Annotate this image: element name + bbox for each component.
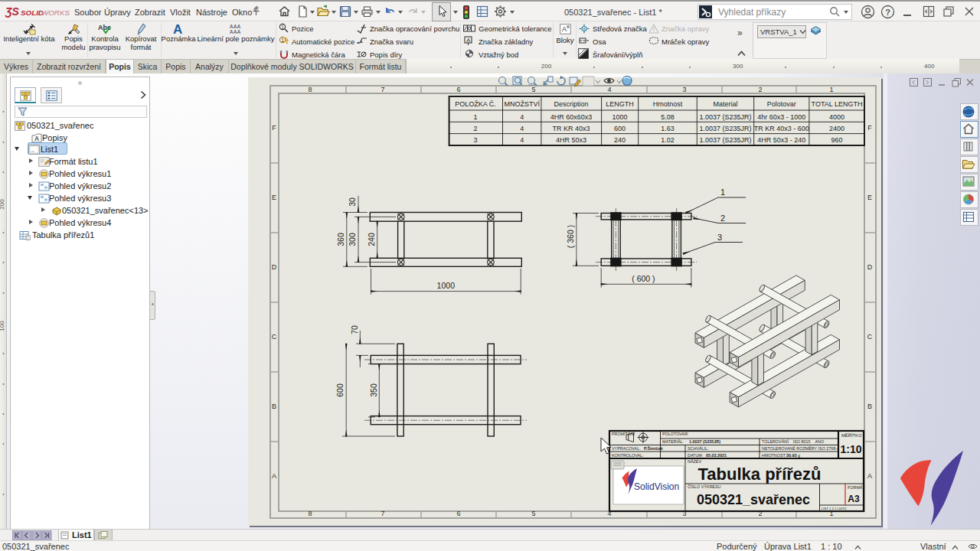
svg-text:5: 5 bbox=[531, 510, 535, 517]
svg-text:F: F bbox=[272, 124, 276, 132]
svg-text:POLOTOVAR:: POLOTOVAR: bbox=[662, 432, 689, 436]
svg-text:POLOŽKA Č.: POLOŽKA Č. bbox=[455, 100, 496, 108]
svg-text:4hr 60x3 - 1000: 4hr 60x3 - 1000 bbox=[757, 113, 805, 121]
svg-text:A: A bbox=[562, 25, 567, 33]
svg-text:4HR 60x60x3: 4HR 60x60x3 bbox=[550, 113, 593, 121]
svg-text:C: C bbox=[867, 333, 873, 341]
svg-text:5.08: 5.08 bbox=[661, 113, 675, 121]
svg-text:350: 350 bbox=[369, 383, 378, 397]
svg-text:30: 30 bbox=[348, 197, 357, 207]
svg-text:D: D bbox=[272, 263, 277, 271]
svg-text:360: 360 bbox=[336, 233, 345, 246]
svg-text:4000: 4000 bbox=[829, 113, 844, 121]
svg-text:1.0037 (S235JR): 1.0037 (S235JR) bbox=[699, 113, 751, 121]
svg-text:P.Šimíček: P.Šimíček bbox=[644, 445, 663, 451]
svg-text:960: 960 bbox=[831, 136, 842, 144]
svg-text:050321_svařenec: 050321_svařenec bbox=[697, 492, 810, 507]
svg-text:4: 4 bbox=[520, 136, 524, 144]
svg-text:g: g bbox=[798, 453, 800, 458]
svg-text:1: 1 bbox=[473, 113, 477, 121]
svg-text:AAA: AAA bbox=[230, 29, 241, 34]
svg-text:TOTAL LENGTH: TOTAL LENGTH bbox=[812, 100, 863, 108]
svg-text:05.03.2021: 05.03.2021 bbox=[706, 453, 727, 458]
svg-text:NETOLEROVANÉ ROZMĚRY ISO 2768-: NETOLEROVANÉ ROZMĚRY ISO 2768-m r bbox=[762, 445, 843, 451]
svg-text:A: A bbox=[34, 135, 39, 142]
svg-text:?: ? bbox=[885, 8, 890, 17]
svg-text:LENGTH: LENGTH bbox=[606, 100, 634, 108]
svg-text:Tabulka přířezů: Tabulka přířezů bbox=[698, 465, 822, 484]
svg-text:TR KR 40x3 - 600: TR KR 40x3 - 600 bbox=[754, 125, 809, 132]
svg-text:Material: Material bbox=[713, 100, 737, 108]
svg-text:240: 240 bbox=[367, 233, 376, 246]
svg-text:200: 200 bbox=[0, 199, 5, 210]
svg-text:600: 600 bbox=[335, 383, 345, 397]
svg-text:2400: 2400 bbox=[829, 125, 844, 132]
svg-text:SolidVision: SolidVision bbox=[634, 481, 679, 492]
svg-text:1.0037 (S235JR): 1.0037 (S235JR) bbox=[689, 439, 720, 444]
svg-text:KONTROLOVAL:: KONTROLOVAL: bbox=[612, 453, 644, 458]
svg-text:HMOTNOST:: HMOTNOST: bbox=[762, 453, 786, 458]
svg-text:30.93: 30.93 bbox=[786, 453, 797, 458]
svg-text:LIST 1 Z 1 LISTŮ: LIST 1 Z 1 LISTŮ bbox=[822, 507, 847, 510]
svg-text:1:10: 1:10 bbox=[840, 443, 861, 455]
svg-text:A: A bbox=[867, 472, 872, 480]
svg-text:1.02: 1.02 bbox=[661, 136, 675, 144]
svg-text:1.0037 (S235JR): 1.0037 (S235JR) bbox=[699, 125, 751, 132]
svg-text:8: 8 bbox=[308, 86, 312, 93]
svg-text:D: D bbox=[867, 263, 873, 271]
svg-text:1.63: 1.63 bbox=[661, 125, 675, 132]
svg-text:7: 7 bbox=[381, 86, 384, 93]
svg-text:1000: 1000 bbox=[437, 281, 456, 290]
svg-text:1000: 1000 bbox=[612, 113, 628, 121]
svg-text:6: 6 bbox=[456, 510, 460, 517]
svg-text:4: 4 bbox=[520, 125, 524, 132]
svg-text:8: 8 bbox=[308, 510, 312, 517]
svg-text:TOLEROVÁNÍ: ISO 8015 ANO: TOLEROVÁNÍ: ISO 8015 ANO bbox=[762, 439, 824, 444]
svg-text:4HR 50x3: 4HR 50x3 bbox=[556, 136, 586, 144]
svg-text:F: F bbox=[867, 124, 872, 132]
svg-text:SCHVÁLIL:: SCHVÁLIL: bbox=[688, 446, 709, 451]
svg-text:1.0037 (S235JR): 1.0037 (S235JR) bbox=[699, 136, 751, 144]
svg-text:4HR 50x3 - 240: 4HR 50x3 - 240 bbox=[757, 136, 805, 144]
svg-text:WORKS: WORKS bbox=[41, 8, 70, 17]
svg-text:7: 7 bbox=[381, 510, 384, 517]
svg-text:2: 2 bbox=[758, 86, 762, 93]
svg-text:1: 1 bbox=[829, 86, 833, 93]
svg-text:B: B bbox=[867, 403, 872, 410]
svg-text:PROMÍTÁNÍ: PROMÍTÁNÍ bbox=[612, 432, 635, 436]
svg-text:240: 240 bbox=[614, 136, 626, 144]
svg-text:E: E bbox=[867, 194, 872, 201]
svg-text:Polotovar: Polotovar bbox=[767, 100, 796, 108]
svg-text:1: 1 bbox=[720, 187, 725, 197]
svg-text:3: 3 bbox=[717, 233, 722, 242]
svg-text:3: 3 bbox=[473, 136, 477, 144]
svg-text:( 600 ): ( 600 ) bbox=[632, 274, 655, 283]
svg-text:600: 600 bbox=[614, 125, 626, 132]
svg-text:TR KR 40x3: TR KR 40x3 bbox=[552, 125, 590, 132]
svg-text:Description: Description bbox=[554, 100, 588, 108]
svg-text:A3: A3 bbox=[848, 494, 860, 504]
svg-text:2: 2 bbox=[720, 214, 725, 223]
svg-text:MNOŽSTVÍ: MNOŽSTVÍ bbox=[504, 100, 540, 108]
svg-text:ČÍSLO VÝKRESU: ČÍSLO VÝKRESU bbox=[688, 484, 721, 489]
svg-text:ƷS: ƷS bbox=[5, 5, 20, 18]
svg-text:100: 100 bbox=[0, 321, 5, 331]
svg-text:C: C bbox=[272, 333, 277, 341]
svg-text:2: 2 bbox=[473, 125, 477, 132]
svg-text:4: 4 bbox=[520, 113, 524, 121]
svg-text:1: 1 bbox=[281, 24, 284, 30]
svg-text:VYPRACOVAL:: VYPRACOVAL: bbox=[612, 446, 641, 451]
svg-text:6: 6 bbox=[456, 86, 460, 93]
svg-text:B: B bbox=[272, 403, 276, 410]
svg-text:A: A bbox=[466, 37, 470, 44]
svg-text:AAA: AAA bbox=[230, 24, 241, 29]
svg-text:70: 70 bbox=[350, 325, 359, 334]
svg-text:FORMÁT: FORMÁT bbox=[848, 485, 865, 490]
svg-text:( 360 ): ( 360 ) bbox=[566, 225, 575, 248]
svg-text:1: 1 bbox=[281, 37, 284, 43]
svg-text:3: 3 bbox=[682, 86, 686, 93]
svg-text:E: E bbox=[272, 194, 276, 201]
svg-text:MĚŘÍTKO: MĚŘÍTKO bbox=[841, 432, 862, 438]
svg-text:A: A bbox=[173, 22, 182, 35]
svg-text:NÁZEV: NÁZEV bbox=[688, 459, 701, 464]
